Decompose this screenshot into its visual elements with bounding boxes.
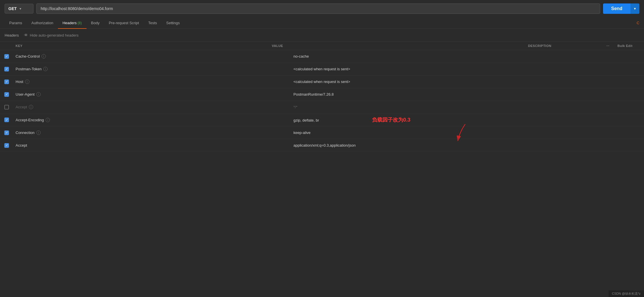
table-row: User-Agent i PostmanRuntime/7.26.8	[0, 88, 644, 101]
sub-header-label: Headers	[5, 33, 19, 37]
eye-icon: 👁	[24, 33, 28, 37]
table-row: Postman-Token i <calculated when request…	[0, 63, 644, 75]
checkbox-cell[interactable]	[0, 143, 13, 148]
tab-headers[interactable]: Headers(8)	[58, 17, 87, 29]
row-accept-disabled: Accept i */*	[0, 101, 644, 113]
checkbox-cell[interactable]	[0, 130, 13, 135]
tab-overflow[interactable]: C	[637, 21, 639, 25]
row-checkbox[interactable]	[4, 54, 9, 59]
tab-body[interactable]: Body	[87, 17, 104, 29]
tab-authorization[interactable]: Authorization	[27, 17, 58, 29]
send-dropdown-button[interactable]: ▼	[630, 3, 639, 14]
col-value-header: VALUE	[270, 44, 526, 48]
key-cell: Cache-Control i	[13, 51, 291, 61]
description-cell	[569, 130, 644, 136]
tabs-bar: Params Authorization Headers(8) Body Pre…	[0, 17, 644, 29]
description-cell	[569, 117, 644, 123]
hide-autogen-button[interactable]: 👁 Hide auto-generated headers	[22, 32, 81, 39]
tab-pre-request-script[interactable]: Pre-request Script	[104, 17, 144, 29]
row-checkbox[interactable]	[4, 67, 9, 71]
col-description-header: DESCRIPTION	[526, 44, 601, 48]
info-icon[interactable]: i	[25, 80, 29, 84]
row-checkbox[interactable]	[4, 80, 9, 84]
value-cell: keep-alive	[291, 128, 569, 138]
send-btn-group: Send ▼	[603, 3, 639, 14]
table-row: Cache-Control i no-cache	[0, 50, 644, 63]
info-icon[interactable]: i	[46, 118, 50, 122]
value-cell: application/xml;q=0.3,application/json	[291, 140, 569, 150]
headers-table: KEY VALUE DESCRIPTION ··· Bulk Edit Cach…	[0, 42, 644, 152]
value-cell: <calculated when request is sent>	[291, 77, 569, 87]
top-bar: GET ▼ Send ▼	[0, 0, 644, 17]
sub-header: Headers 👁 Hide auto-generated headers	[0, 29, 644, 42]
tab-settings[interactable]: Settings	[162, 17, 184, 29]
table-header-row: KEY VALUE DESCRIPTION ··· Bulk Edit	[0, 42, 644, 50]
checkbox-cell[interactable]	[0, 67, 13, 71]
key-cell: Accept	[13, 140, 291, 150]
description-cell	[569, 92, 644, 97]
checkbox-cell[interactable]	[0, 118, 13, 122]
checkbox-cell[interactable]	[0, 92, 13, 97]
value-cell: */*	[291, 102, 569, 112]
row-checkbox[interactable]	[4, 130, 9, 135]
row-checkbox[interactable]	[4, 118, 9, 122]
row-cache-control: Cache-Control i no-cache	[0, 50, 644, 63]
col-checkbox-header	[0, 44, 13, 48]
method-label: GET	[8, 6, 17, 11]
col-key-header: KEY	[13, 44, 270, 48]
key-cell: User-Agent i	[13, 89, 291, 99]
row-host: Host i <calculated when request is sent>	[0, 75, 644, 88]
value-cell: no-cache	[291, 51, 569, 61]
checkbox-cell[interactable]	[0, 80, 13, 84]
key-cell: Connection i	[13, 128, 291, 138]
value-cell: PostmanRuntime/7.26.8	[291, 89, 569, 99]
checkbox-cell[interactable]	[0, 54, 13, 59]
bulk-edit-button[interactable]: Bulk Edit	[615, 44, 644, 48]
description-cell	[569, 66, 644, 72]
annotation-text: 负载因子改为0.3	[372, 117, 410, 123]
info-icon[interactable]: i	[42, 54, 46, 58]
checkbox-cell[interactable]	[0, 105, 13, 109]
footer: CSDN @绿水长流*z	[609, 290, 644, 297]
row-checkbox[interactable]	[4, 143, 9, 148]
row-accept-last: Accept application/xml;q=0.3,application…	[0, 139, 644, 152]
row-user-agent: User-Agent i PostmanRuntime/7.26.8	[0, 88, 644, 101]
table-row: Connection i keep-alive	[0, 126, 644, 139]
tab-tests[interactable]: Tests	[144, 17, 162, 29]
send-button[interactable]: Send	[603, 3, 630, 14]
info-icon[interactable]: i	[36, 130, 41, 135]
description-cell	[569, 79, 644, 85]
method-dropdown[interactable]: GET ▼	[5, 4, 33, 14]
row-postman-token: Postman-Token i <calculated when request…	[0, 63, 644, 75]
table-row: Host i <calculated when request is sent>	[0, 75, 644, 88]
info-icon[interactable]: i	[36, 92, 41, 97]
description-cell	[569, 54, 644, 59]
tab-params[interactable]: Params	[5, 17, 27, 29]
col-more-header[interactable]: ···	[601, 44, 615, 48]
description-cell	[569, 143, 644, 148]
description-cell	[569, 104, 644, 110]
key-cell: Accept-Encoding i	[13, 115, 291, 125]
row-connection: Connection i keep-alive	[0, 126, 644, 139]
value-cell: gzip, deflate, br 负载因子改为0.3	[291, 113, 569, 126]
key-cell: Host i	[13, 77, 291, 87]
value-cell: <calculated when request is sent>	[291, 64, 569, 74]
key-cell: Postman-Token i	[13, 64, 291, 74]
row-checkbox[interactable]	[4, 105, 9, 109]
key-cell: Accept i	[13, 102, 291, 112]
table-row: Accept-Encoding i gzip, deflate, br 负载因子…	[0, 113, 644, 126]
info-icon[interactable]: i	[29, 105, 33, 109]
method-chevron-icon: ▼	[19, 7, 22, 10]
table-row: Accept application/xml;q=0.3,application…	[0, 139, 644, 152]
row-accept-encoding: Accept-Encoding i gzip, deflate, br 负载因子…	[0, 113, 644, 126]
table-row: Accept i */*	[0, 101, 644, 113]
row-checkbox[interactable]	[4, 92, 9, 97]
url-input[interactable]	[36, 3, 600, 14]
info-icon[interactable]: i	[43, 67, 48, 71]
